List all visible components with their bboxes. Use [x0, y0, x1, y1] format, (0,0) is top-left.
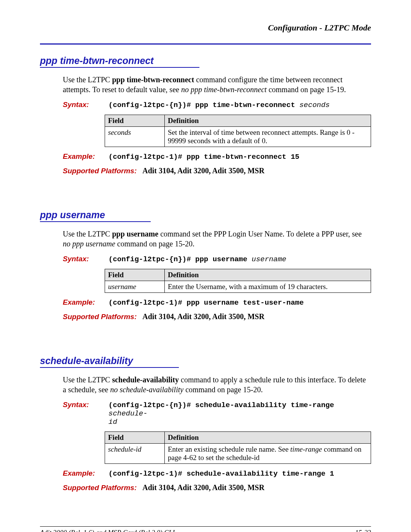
syntax-label: Syntax:: [63, 101, 105, 109]
example-value: (config-l2tpc-1)# ppp time-btwn-reconnec…: [108, 153, 299, 161]
section-title: ppp time-btwn-reconnect: [40, 55, 199, 68]
syntax-label: Syntax:: [63, 255, 105, 263]
footer-left: Adit 3000 (Rel. 1.6) and MSR Card (Rel 2…: [40, 529, 175, 532]
syntax-label: Syntax:: [63, 401, 105, 409]
th-field: Field: [105, 269, 165, 281]
section-schedule-availability: schedule-availability Use the L2TPC sche…: [40, 355, 371, 492]
td-field: username: [105, 281, 165, 293]
section-ppp-time-btwn-reconnect: ppp time-btwn-reconnect Use the L2TPC pp…: [40, 55, 371, 175]
example-label: Example:: [63, 298, 105, 307]
platforms-line: Supported Platforms: Adit 3104, Adit 320…: [63, 483, 371, 492]
syntax-value: (config-l2tpc-{n})# ppp username usernam…: [108, 255, 286, 264]
field-table: Field Definition username Enter the User…: [105, 269, 371, 293]
syntax-value: (config-l2tpc-{n})# schedule-availabilit…: [108, 401, 371, 426]
example-value: (config-l2tpc-1)# ppp username test-user…: [108, 299, 304, 307]
example-block: Example: (config-l2tpc-1)# ppp username …: [63, 298, 371, 307]
example-label: Example:: [63, 469, 105, 478]
platforms-line: Supported Platforms: Adit 3104, Adit 320…: [63, 312, 371, 321]
page: Configuration - L2TPC Mode ppp time-btwn…: [0, 0, 411, 532]
example-block: Example: (config-l2tpc-1)# ppp time-btwn…: [63, 152, 371, 161]
table-header-row: Field Definition: [105, 115, 371, 127]
th-field: Field: [105, 115, 165, 127]
platforms-label: Supported Platforms:: [63, 313, 137, 321]
platforms-value: Adit 3104, Adit 3200, Adit 3500, MSR: [142, 483, 264, 492]
td-field: seconds: [105, 127, 165, 147]
top-rule: [40, 43, 371, 45]
table-row: seconds Set the interval of time between…: [105, 127, 371, 147]
field-table: Field Definition schedule-id Enter an ex…: [105, 431, 371, 464]
section-title: ppp username: [40, 209, 151, 222]
th-definition: Definition: [165, 115, 371, 127]
table-row: schedule-id Enter an existing schedule r…: [105, 444, 371, 464]
running-head: Configuration - L2TPC Mode: [40, 23, 371, 33]
platforms-line: Supported Platforms: Adit 3104, Adit 320…: [63, 166, 371, 175]
td-field: schedule-id: [105, 444, 165, 464]
platforms-value: Adit 3104, Adit 3200, Adit 3500, MSR: [142, 166, 264, 175]
example-value: (config-l2tpc-1)# schedule-availability …: [108, 470, 334, 478]
th-field: Field: [105, 432, 165, 444]
table-row: username Enter the Username, with a maxi…: [105, 281, 371, 293]
intro-text: Use the L2TPC schedule-availability comm…: [63, 375, 371, 395]
section-ppp-username: ppp username Use the L2TPC ppp username …: [40, 209, 371, 321]
td-definition: Enter an existing schedule rule name. Se…: [165, 444, 371, 464]
intro-text: Use the L2TPC ppp time-btwn-reconnect co…: [63, 75, 371, 94]
syntax-value: (config-l2tpc-{n})# ppp time-btwn-reconn…: [108, 101, 330, 109]
platforms-label: Supported Platforms:: [63, 167, 137, 175]
intro-text: Use the L2TPC ppp username command set t…: [63, 229, 371, 249]
footer-right: 15-23: [355, 529, 371, 532]
example-block: Example: (config-l2tpc-1)# schedule-avai…: [63, 469, 371, 478]
th-definition: Definition: [165, 432, 371, 444]
syntax-block: Syntax: (config-l2tpc-{n})# ppp time-btw…: [63, 101, 371, 109]
syntax-block: Syntax: (config-l2tpc-{n})# ppp username…: [63, 255, 371, 264]
table-header-row: Field Definition: [105, 269, 371, 281]
section-title: schedule-availability: [40, 355, 179, 368]
page-footer: Adit 3000 (Rel. 1.6) and MSR Card (Rel 2…: [40, 526, 371, 532]
th-definition: Definition: [165, 269, 371, 281]
td-definition: Set the interval of time between reconne…: [165, 127, 371, 147]
example-label: Example:: [63, 152, 105, 161]
field-table: Field Definition seconds Set the interva…: [105, 115, 371, 147]
platforms-value: Adit 3104, Adit 3200, Adit 3500, MSR: [142, 312, 264, 321]
syntax-block: Syntax: (config-l2tpc-{n})# schedule-ava…: [63, 401, 371, 426]
table-header-row: Field Definition: [105, 432, 371, 444]
platforms-label: Supported Platforms:: [63, 484, 137, 492]
td-definition: Enter the Username, with a maximum of 19…: [165, 281, 371, 293]
